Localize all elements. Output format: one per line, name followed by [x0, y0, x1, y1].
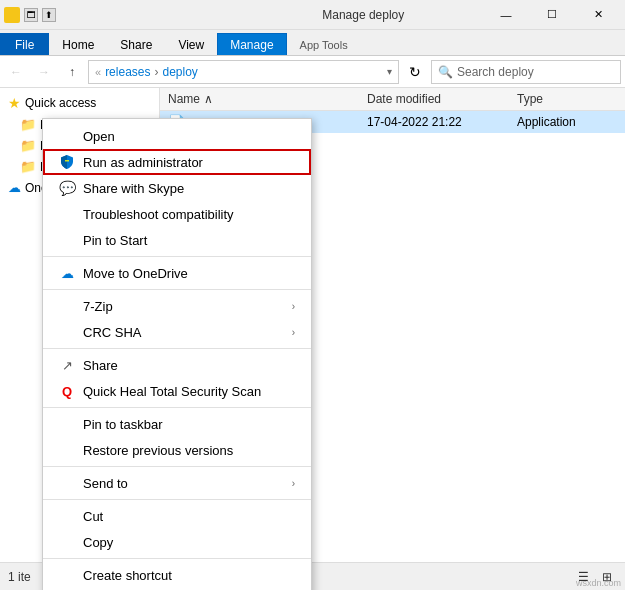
- sendto-icon: [59, 475, 75, 491]
- onedrive-icon: ☁: [8, 180, 21, 195]
- folder-icon: 📁: [20, 159, 36, 174]
- breadcrumb-sep: ›: [154, 65, 158, 79]
- context-menu-item-pin-start[interactable]: Pin to Start: [43, 227, 311, 253]
- onedrive-icon: ☁: [59, 265, 75, 281]
- back-button[interactable]: ←: [4, 60, 28, 84]
- troubleshoot-icon: [59, 206, 75, 222]
- col-name-label: Name: [168, 92, 200, 106]
- context-menu-item-7zip[interactable]: 7-Zip ›: [43, 293, 311, 319]
- close-button[interactable]: ✕: [575, 0, 621, 30]
- ctx-restore-label: Restore previous versions: [83, 443, 295, 458]
- context-menu-item-crc-sha[interactable]: CRC SHA ›: [43, 319, 311, 345]
- share-icon: ↗: [59, 357, 75, 373]
- arrow-icon: ›: [292, 301, 295, 312]
- address-dropdown[interactable]: ▾: [387, 66, 392, 77]
- breadcrumb-releases[interactable]: releases: [105, 65, 150, 79]
- crc-icon: [59, 324, 75, 340]
- column-date[interactable]: Date modified: [367, 92, 517, 106]
- skype-icon: 💬: [59, 180, 75, 196]
- tab-share[interactable]: Share: [107, 33, 165, 55]
- up-button[interactable]: ↑: [60, 60, 84, 84]
- window-title: Manage deploy: [244, 8, 484, 22]
- shortcut-icon: [59, 567, 75, 583]
- ctx-crc-label: CRC SHA: [83, 325, 284, 340]
- item-count: 1 ite: [8, 570, 31, 584]
- ctx-quickheal-label: Quick Heal Total Security Scan: [83, 384, 295, 399]
- separator-5: [43, 466, 311, 467]
- context-menu-item-share-skype[interactable]: 💬 Share with Skype: [43, 175, 311, 201]
- ctx-open-label: Open: [83, 129, 295, 144]
- ctx-troubleshoot-label: Troubleshoot compatibility: [83, 207, 295, 222]
- maximize-button[interactable]: ☐: [529, 0, 575, 30]
- tb-btn-1[interactable]: 🗔: [24, 8, 38, 22]
- minimize-button[interactable]: —: [483, 0, 529, 30]
- tab-manage[interactable]: Manage: [217, 33, 286, 55]
- search-icon: 🔍: [438, 65, 453, 79]
- cut-icon: [59, 508, 75, 524]
- breadcrumb-deploy[interactable]: deploy: [162, 65, 197, 79]
- context-menu-item-open[interactable]: Open: [43, 123, 311, 149]
- context-menu: Open Run as administrator 💬 Share with S…: [42, 118, 312, 590]
- folder-icon: [4, 7, 20, 23]
- search-placeholder: Search deploy: [457, 65, 534, 79]
- context-menu-item-run-as-admin[interactable]: Run as administrator: [43, 149, 311, 175]
- context-menu-item-quickheal[interactable]: Q Quick Heal Total Security Scan: [43, 378, 311, 404]
- address-bar[interactable]: « releases › deploy ▾: [88, 60, 399, 84]
- title-bar: 🗔 ⬆ Manage deploy — ☐ ✕: [0, 0, 625, 30]
- shield-icon: [59, 154, 75, 170]
- restore-icon: [59, 442, 75, 458]
- sidebar-quick-access-label: Quick access: [25, 96, 96, 110]
- context-menu-item-pin-taskbar[interactable]: Pin to taskbar: [43, 411, 311, 437]
- context-menu-item-troubleshoot[interactable]: Troubleshoot compatibility: [43, 201, 311, 227]
- pin-icon: [59, 232, 75, 248]
- search-bar[interactable]: 🔍 Search deploy: [431, 60, 621, 84]
- sort-arrow: ∧: [204, 92, 213, 106]
- tab-file[interactable]: File: [0, 33, 49, 55]
- tab-app-tools[interactable]: App Tools: [287, 33, 361, 55]
- watermark: wsxdn.com: [576, 578, 621, 588]
- ctx-skype-label: Share with Skype: [83, 181, 295, 196]
- separator-4: [43, 407, 311, 408]
- folder-icon: 📁: [20, 138, 36, 153]
- context-menu-item-restore[interactable]: Restore previous versions: [43, 437, 311, 463]
- tab-view[interactable]: View: [165, 33, 217, 55]
- context-menu-item-create-shortcut[interactable]: Create shortcut: [43, 562, 311, 588]
- separator-6: [43, 499, 311, 500]
- separator-7: [43, 558, 311, 559]
- context-menu-item-send-to[interactable]: Send to ›: [43, 470, 311, 496]
- column-type[interactable]: Type: [517, 92, 617, 106]
- separator-2: [43, 289, 311, 290]
- ctx-7zip-label: 7-Zip: [83, 299, 284, 314]
- svg-rect-0: [65, 160, 69, 162]
- context-menu-item-onedrive[interactable]: ☁ Move to OneDrive: [43, 260, 311, 286]
- ctx-run-as-admin-label: Run as administrator: [83, 155, 295, 170]
- toolbar: ← → ↑ « releases › deploy ▾ ↻ 🔍 Search d…: [0, 56, 625, 88]
- ctx-cut-label: Cut: [83, 509, 295, 524]
- title-bar-left: 🗔 ⬆: [4, 7, 244, 23]
- folder-icon: 📁: [20, 117, 36, 132]
- ctx-copy-label: Copy: [83, 535, 295, 550]
- ctx-share-label: Share: [83, 358, 295, 373]
- file-date: 17-04-2022 21:22: [367, 115, 517, 129]
- ctx-onedrive-label: Move to OneDrive: [83, 266, 295, 281]
- forward-button[interactable]: →: [32, 60, 56, 84]
- ctx-pin-taskbar-label: Pin to taskbar: [83, 417, 295, 432]
- separator-3: [43, 348, 311, 349]
- ribbon-tabs: File Home Share View Manage App Tools: [0, 30, 625, 56]
- ctx-pin-start-label: Pin to Start: [83, 233, 295, 248]
- separator-1: [43, 256, 311, 257]
- tab-home[interactable]: Home: [49, 33, 107, 55]
- column-name[interactable]: Name ∧: [168, 92, 367, 106]
- context-menu-item-share[interactable]: ↗ Share: [43, 352, 311, 378]
- tb-btn-2[interactable]: ⬆: [42, 8, 56, 22]
- context-menu-item-copy[interactable]: Copy: [43, 529, 311, 555]
- sidebar-item-quick-access[interactable]: ★ Quick access: [0, 92, 159, 114]
- open-icon: [59, 128, 75, 144]
- arrow-icon: ›: [292, 327, 295, 338]
- arrow-icon: ›: [292, 478, 295, 489]
- refresh-button[interactable]: ↻: [403, 60, 427, 84]
- ctx-shortcut-label: Create shortcut: [83, 568, 295, 583]
- breadcrumb-prefix: «: [95, 66, 101, 78]
- context-menu-item-cut[interactable]: Cut: [43, 503, 311, 529]
- 7zip-icon: [59, 298, 75, 314]
